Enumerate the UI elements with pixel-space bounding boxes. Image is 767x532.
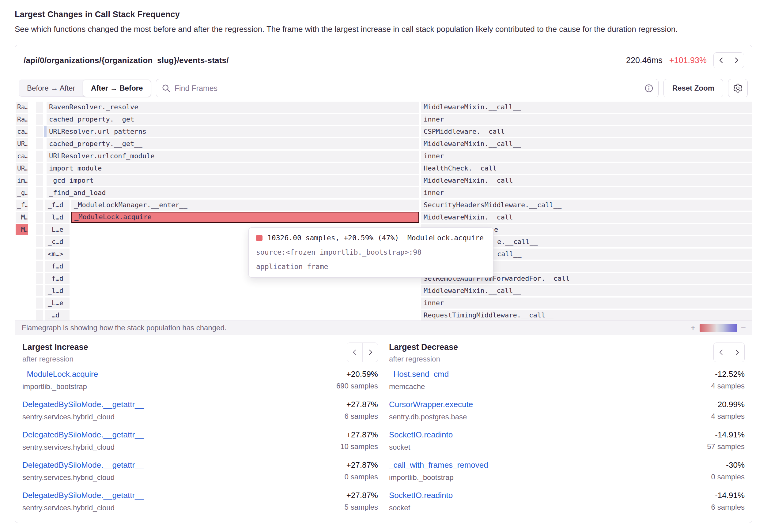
settings-button[interactable] xyxy=(728,79,748,97)
flame-frame-mini[interactable]: _L…e xyxy=(45,298,70,309)
flame-frame[interactable]: SecurityHeadersMiddleware.__call__ xyxy=(421,200,752,211)
flame-frame-mini[interactable]: im…e xyxy=(16,175,28,186)
function-link[interactable]: DelegatedBySiloMode.__getattr__ xyxy=(22,491,144,500)
flame-frame[interactable]: inner xyxy=(421,114,752,125)
function-link[interactable]: DelegatedBySiloMode.__getattr__ xyxy=(22,400,144,409)
flame-frame-mini[interactable]: _M…_ xyxy=(16,212,28,223)
flame-frame[interactable]: CSPMiddleware.__call__ xyxy=(421,126,752,137)
flame-frame[interactable]: inner xyxy=(421,151,752,162)
search-input[interactable] xyxy=(156,84,658,93)
flame-frame-mini[interactable]: UR…s xyxy=(16,138,28,149)
flame-frame[interactable]: MiddlewareMixin.__call__ xyxy=(421,285,752,296)
flame-frame[interactable]: URLResolver.url_patterns xyxy=(47,126,419,137)
largest-decrease-section: Largest Decrease after regression _Host.… xyxy=(389,343,745,521)
flame-frame-mini[interactable]: ca…_ xyxy=(16,126,28,137)
flame-frame[interactable]: MiddlewareMixin.__call__ xyxy=(421,102,752,113)
largest-increase-header: Largest Increase after regression xyxy=(22,343,378,363)
flame-frame-spacer[interactable] xyxy=(36,249,43,260)
legend-plus-label: + xyxy=(690,324,695,332)
flamegraph-canvas[interactable]: Ra…eRavenResolver._resolveMiddlewareMixi… xyxy=(15,101,752,320)
function-link[interactable]: SocketIO.readinto xyxy=(389,491,453,500)
flame-frame-spacer[interactable] xyxy=(36,163,43,174)
flame-frame-mini[interactable]: _…d xyxy=(45,310,70,320)
flame-frame-spacer[interactable] xyxy=(36,298,43,309)
flame-frame-mini[interactable]: _l…d xyxy=(45,285,70,296)
flame-frame-spacer[interactable] xyxy=(36,175,43,186)
decrease-prev-button[interactable] xyxy=(714,343,729,362)
flame-frame-mini[interactable]: _l…d xyxy=(45,212,70,223)
flame-frame[interactable]: _ModuleLockManager.__enter__ xyxy=(71,200,419,211)
decrease-next-button[interactable] xyxy=(729,343,744,362)
flame-frame-mini[interactable]: _f…d xyxy=(45,200,70,211)
flame-frame-mini[interactable]: _c…d xyxy=(45,236,70,247)
flame-frame-mini[interactable]: _f…d xyxy=(45,273,70,284)
flame-frame-selected-sliver[interactable] xyxy=(44,126,47,137)
flame-frame[interactable]: URLResolver.urlconf_module xyxy=(47,151,419,162)
flame-frame-mini[interactable]: _f…d xyxy=(16,200,28,211)
flame-frame-spacer[interactable] xyxy=(36,310,43,320)
sample-count: 10 samples xyxy=(340,442,378,451)
module-label: memcache xyxy=(389,382,449,391)
decrease-pager xyxy=(713,343,745,362)
flame-frame-spacer[interactable] xyxy=(36,200,43,211)
flamegraph-row: Ra…eRavenResolver._resolveMiddlewareMixi… xyxy=(15,101,752,113)
increase-prev-button[interactable] xyxy=(347,343,362,362)
flame-frame-mini[interactable]: ca…_ xyxy=(16,151,28,162)
flame-frame[interactable]: MiddlewareMixin.__call__ xyxy=(421,138,752,149)
flame-frame[interactable]: MiddlewareMixin.__call__ xyxy=(421,212,752,223)
flame-frame[interactable]: _find_and_load xyxy=(47,187,419,198)
increase-entry-list: _ModuleLock.acquireimportlib._bootstrap+… xyxy=(22,369,378,512)
flame-frame[interactable]: inner xyxy=(421,187,752,198)
flame-frame-spacer[interactable] xyxy=(36,285,43,296)
page-description: See which functions changed the most bef… xyxy=(15,23,728,36)
flame-frame-spacer[interactable] xyxy=(36,224,43,235)
increase-next-button[interactable] xyxy=(362,343,378,362)
flame-frame[interactable]: cached_property.__get__ xyxy=(47,138,419,149)
function-link[interactable]: _ModuleLock.acquire xyxy=(22,369,98,379)
function-link[interactable]: CursorWrapper.execute xyxy=(389,400,473,409)
flame-frame-spacer[interactable] xyxy=(36,151,43,162)
flame-frame-spacer[interactable] xyxy=(36,102,43,113)
search-icon xyxy=(161,84,171,93)
flame-frame-mini[interactable]: _g…t xyxy=(16,187,28,198)
tooltip-frame-summary: 10326.00 samples, +20.59% (47%) _ModuleL… xyxy=(256,234,486,242)
flame-frame[interactable]: RavenResolver._resolve xyxy=(47,102,419,113)
flame-frame-spacer[interactable] xyxy=(36,187,43,198)
reset-zoom-button[interactable]: Reset Zoom xyxy=(664,79,723,97)
next-profile-button[interactable] xyxy=(729,53,744,68)
flame-frame[interactable]: _gcd_import xyxy=(47,175,419,186)
flame-frame-highlighted[interactable]: _ModuleLock.acquire xyxy=(71,212,419,223)
prev-profile-button[interactable] xyxy=(714,53,729,68)
flame-frame-spacer[interactable] xyxy=(36,126,43,137)
flame-frame[interactable]: MiddlewareMixin.__call__ xyxy=(421,175,752,186)
change-percent: +27.87% xyxy=(340,430,378,440)
flame-frame[interactable]: inner xyxy=(421,298,752,309)
toggle-before-after[interactable]: Before → After xyxy=(19,80,83,96)
flame-frame[interactable]: import_module xyxy=(47,163,419,174)
function-link[interactable]: _Host.send_cmd xyxy=(389,369,449,379)
flame-frame-mini[interactable]: Ra…e xyxy=(16,114,28,125)
flame-frame-spacer[interactable] xyxy=(36,138,43,149)
flame-frame-spacer[interactable] xyxy=(36,273,43,284)
flame-frame[interactable]: RequestTimingMiddleware.__call__ xyxy=(421,310,752,320)
flame-frame-mini[interactable]: _L…e xyxy=(45,224,70,235)
flame-frame-mini[interactable]: Ra…e xyxy=(16,102,28,113)
flame-frame-spacer[interactable] xyxy=(36,212,43,223)
flame-frame-mini[interactable]: <m…> xyxy=(45,249,70,260)
flame-frame[interactable]: HealthCheck.__call__ xyxy=(421,163,752,174)
function-link[interactable]: SocketIO.readinto xyxy=(389,430,453,440)
flame-frame-spacer[interactable] xyxy=(36,236,43,247)
function-link[interactable]: DelegatedBySiloMode.__getattr__ xyxy=(22,460,144,470)
flame-frame-mini[interactable]: UR…e xyxy=(16,163,28,174)
increase-pager xyxy=(347,343,378,362)
flame-frame-spacer[interactable] xyxy=(36,261,43,272)
chevron-right-icon xyxy=(733,57,740,64)
function-link[interactable]: DelegatedBySiloMode.__getattr__ xyxy=(22,430,144,440)
toggle-after-before[interactable]: After → Before xyxy=(83,80,151,97)
info-icon[interactable] xyxy=(644,84,654,93)
flame-frame-spacer[interactable] xyxy=(36,114,43,125)
flame-frame-mini[interactable]: _f…d xyxy=(45,261,70,272)
function-link[interactable]: _call_with_frames_removed xyxy=(389,460,488,470)
flame-frame[interactable]: cached_property.__get__ xyxy=(47,114,419,125)
flame-frame-mini[interactable]: _M…e xyxy=(16,224,28,235)
